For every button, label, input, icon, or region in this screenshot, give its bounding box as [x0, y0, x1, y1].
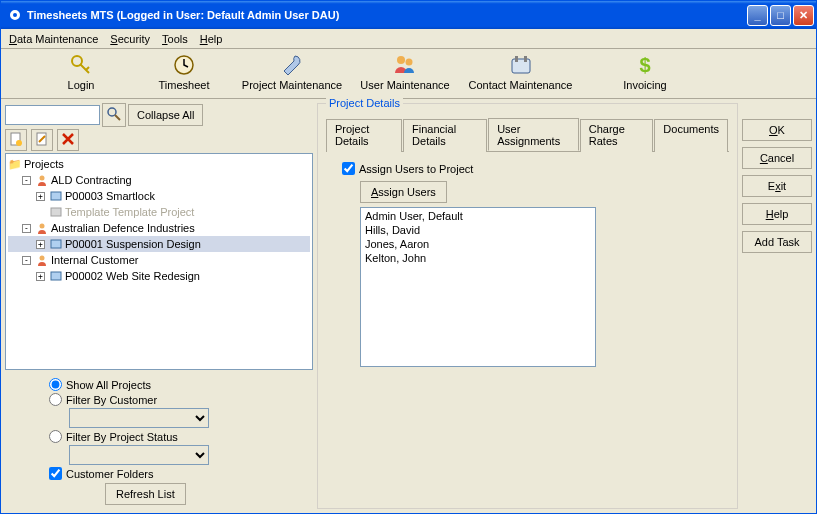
tree-project[interactable]: Template Template Project: [8, 204, 310, 220]
person-icon: [35, 222, 49, 234]
tree-root[interactable]: 📁 Projects: [8, 156, 310, 172]
project-tree[interactable]: 📁 Projects -ALD Contracting +P00003 Smar…: [5, 153, 313, 370]
menu-help[interactable]: Help: [200, 33, 223, 45]
clock-icon: [172, 53, 196, 77]
tab-financial[interactable]: Financial Details: [403, 119, 487, 152]
person-icon: [35, 174, 49, 186]
list-item[interactable]: Admin User, Default: [365, 210, 591, 224]
tab-project-details[interactable]: Project Details: [326, 119, 402, 152]
folder-icon: 📁: [8, 158, 22, 171]
delete-x-icon: [61, 132, 75, 148]
toolbar-project-maint[interactable]: Project Maintenance: [237, 53, 347, 91]
filter-customer-select[interactable]: [69, 408, 209, 428]
svg-rect-6: [512, 59, 530, 73]
tab-documents[interactable]: Documents: [654, 119, 728, 152]
ok-button[interactable]: OK: [742, 119, 812, 141]
customer-folders-checkbox[interactable]: Customer Folders: [49, 467, 305, 480]
toolbar-invoicing[interactable]: $ Invoicing: [610, 53, 680, 91]
svg-rect-8: [524, 56, 527, 62]
help-button[interactable]: Help: [742, 203, 812, 225]
assign-users-button[interactable]: Assign Users: [360, 181, 447, 203]
list-item[interactable]: Jones, Aaron: [365, 238, 591, 252]
window-title: Timesheets MTS (Logged in User: Default …: [27, 9, 747, 21]
expand-icon[interactable]: +: [36, 240, 45, 249]
tab-charge-rates[interactable]: Charge Rates: [580, 119, 654, 152]
tree-customer[interactable]: -Internal Customer: [8, 252, 310, 268]
menu-tools[interactable]: Tools: [162, 33, 188, 45]
collapse-icon[interactable]: -: [22, 224, 31, 233]
add-task-button[interactable]: Add Task: [742, 231, 812, 253]
svg-rect-20: [51, 272, 61, 280]
project-icon: [49, 206, 63, 218]
svg-point-19: [40, 256, 45, 261]
cancel-button[interactable]: Cancel: [742, 147, 812, 169]
toolbar-login-label: Login: [68, 79, 95, 91]
toolbar: Login Timesheet Project Maintenance User…: [1, 49, 816, 99]
svg-text:$: $: [639, 54, 650, 76]
tree-customer[interactable]: -Australian Defence Industries: [8, 220, 310, 236]
project-icon: [49, 270, 63, 282]
delete-project-button[interactable]: [57, 129, 79, 151]
menu-security[interactable]: Security: [110, 33, 150, 45]
tab-user-assignments[interactable]: User Assignments: [488, 118, 579, 151]
edit-project-button[interactable]: [31, 129, 53, 151]
list-item[interactable]: Hills, David: [365, 224, 591, 238]
project-details-group: Project Details Project Details Financia…: [317, 103, 738, 509]
list-item[interactable]: Kelton, John: [365, 252, 591, 266]
assigned-users-list[interactable]: Admin User, Default Hills, David Jones, …: [360, 207, 596, 367]
tree-project[interactable]: +P00002 Web Site Redesign: [8, 268, 310, 284]
minimize-button[interactable]: _: [747, 5, 768, 26]
toolbar-invoicing-label: Invoicing: [623, 79, 666, 91]
toolbar-login[interactable]: Login: [51, 53, 111, 91]
tree-project[interactable]: +P00001 Suspension Design: [8, 236, 310, 252]
svg-rect-16: [51, 208, 61, 216]
dollar-icon: $: [633, 53, 657, 77]
search-input[interactable]: [5, 105, 100, 125]
collapse-icon[interactable]: -: [22, 256, 31, 265]
titlebar: Timesheets MTS (Logged in User: Default …: [1, 1, 816, 29]
toolbar-timesheet-label: Timesheet: [159, 79, 210, 91]
new-project-button[interactable]: [5, 129, 27, 151]
tree-project[interactable]: +P00003 Smartlock: [8, 188, 310, 204]
collapse-all-button[interactable]: Collapse All: [128, 104, 203, 126]
key-icon: [69, 53, 93, 77]
svg-point-5: [406, 59, 413, 66]
groupbox-title: Project Details: [326, 97, 403, 109]
svg-point-12: [16, 140, 22, 146]
menubar: Data Maintenance Security Tools Help: [1, 29, 816, 49]
svg-point-1: [13, 13, 17, 17]
menu-data-maintenance[interactable]: Data Maintenance: [9, 33, 98, 45]
filter-show-all[interactable]: Show All Projects: [49, 378, 305, 391]
app-window: Timesheets MTS (Logged in User: Default …: [0, 0, 817, 514]
tab-content: Assign Users to Project Assign Users Adm…: [326, 152, 729, 377]
svg-rect-18: [51, 240, 61, 248]
maximize-button[interactable]: □: [770, 5, 791, 26]
search-button[interactable]: [102, 103, 126, 127]
filter-status-select[interactable]: [69, 445, 209, 465]
toolbar-timesheet[interactable]: Timesheet: [149, 53, 219, 91]
project-icon: [49, 190, 63, 202]
users-icon: [393, 53, 417, 77]
right-pane: OK Cancel Exit Help Add Task: [742, 103, 812, 509]
wrench-icon: [280, 53, 304, 77]
toolbar-user-maint[interactable]: User Maintenance: [355, 53, 455, 91]
filter-by-customer[interactable]: Filter By Customer: [49, 393, 305, 406]
expand-icon[interactable]: +: [36, 272, 45, 281]
edit-doc-icon: [35, 132, 49, 148]
exit-button[interactable]: Exit: [742, 175, 812, 197]
collapse-icon[interactable]: -: [22, 176, 31, 185]
svg-rect-15: [51, 192, 61, 200]
refresh-list-button[interactable]: Refresh List: [105, 483, 186, 505]
tree-customer[interactable]: -ALD Contracting: [8, 172, 310, 188]
svg-point-14: [40, 176, 45, 181]
svg-point-17: [40, 224, 45, 229]
project-icon: [49, 238, 63, 250]
filter-by-status[interactable]: Filter By Project Status: [49, 430, 305, 443]
toolbar-user-label: User Maintenance: [360, 79, 449, 91]
expand-icon[interactable]: +: [36, 192, 45, 201]
app-icon: [7, 7, 23, 23]
toolbar-contact-maint[interactable]: Contact Maintenance: [463, 53, 578, 91]
close-button[interactable]: ✕: [793, 5, 814, 26]
assign-users-checkbox[interactable]: Assign Users to Project: [342, 162, 721, 175]
svg-rect-7: [515, 56, 518, 62]
